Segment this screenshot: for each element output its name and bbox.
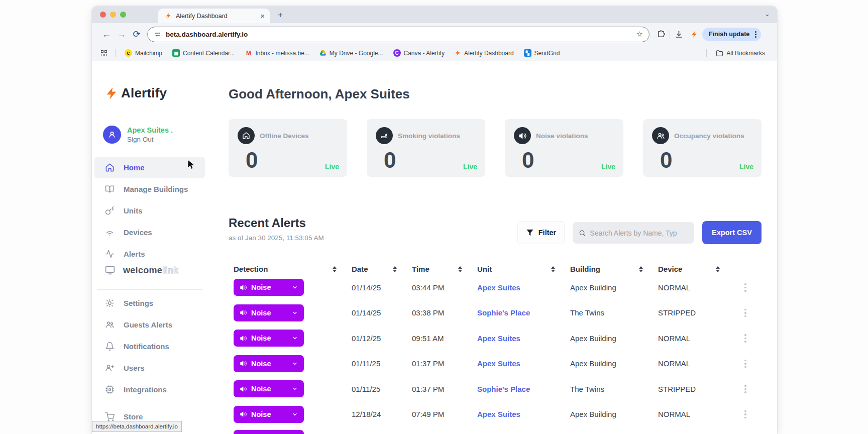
- close-tab-icon[interactable]: ×: [260, 12, 265, 20]
- detection-dropdown[interactable]: Noise: [234, 330, 304, 347]
- column-header-building[interactable]: Building: [570, 265, 658, 273]
- finish-update-button[interactable]: Finish update: [702, 28, 761, 41]
- row-menu-icon[interactable]: [735, 360, 750, 368]
- browser-tab[interactable]: Alertify Dashboard ×: [158, 9, 270, 23]
- row-menu-icon[interactable]: [735, 309, 750, 317]
- search-input[interactable]: [590, 229, 688, 237]
- sidebar-item-integrations[interactable]: Integrations: [92, 379, 207, 400]
- cell-time: 01:37 PM: [412, 385, 477, 393]
- alertify-extension-icon[interactable]: [691, 31, 698, 38]
- bookmark-canva[interactable]: C Canva - Alertify: [393, 49, 445, 57]
- row-menu-icon[interactable]: [735, 410, 750, 419]
- new-tab-button[interactable]: +: [278, 10, 283, 23]
- sort-icon[interactable]: [333, 266, 337, 272]
- bookmark-content-calendar[interactable]: ▦ Content Calendar...: [172, 49, 235, 57]
- back-button[interactable]: ←: [99, 29, 114, 40]
- cell-building: Apex Building: [570, 334, 658, 343]
- filter-button[interactable]: Filter: [517, 221, 565, 244]
- sort-icon[interactable]: [393, 266, 397, 272]
- sidebar-item-guests-alerts[interactable]: Guests Alerts: [92, 314, 207, 336]
- bookmark-my-drive[interactable]: My Drive - Google...: [319, 50, 383, 57]
- sidebar-item-devices[interactable]: Devices: [92, 222, 207, 243]
- bookmark-alertify-dashboard[interactable]: Alertify Dashboard: [455, 50, 514, 57]
- detection-dropdown[interactable]: Noise: [234, 406, 304, 423]
- column-header-unit[interactable]: Unit: [477, 265, 570, 273]
- zoom-window-button[interactable]: [120, 12, 126, 18]
- column-header-time[interactable]: Time: [412, 265, 477, 273]
- detection-dropdown[interactable]: Noise: [234, 304, 304, 321]
- chevron-down-icon: [292, 361, 298, 367]
- stat-card-noise-violations: Noise violations 0 Live: [505, 119, 623, 177]
- wifi-icon: [105, 228, 115, 237]
- row-menu-icon[interactable]: [735, 385, 750, 393]
- detection-dropdown[interactable]: Noise: [234, 355, 304, 372]
- column-header-detection[interactable]: Detection: [234, 265, 352, 273]
- bookmark-star-icon[interactable]: ☆: [636, 30, 643, 39]
- forward-button[interactable]: →: [114, 29, 129, 40]
- bookmarks-divider: [115, 49, 116, 57]
- cell-unit-link[interactable]: Apex Suites: [477, 410, 570, 418]
- cell-unit-link[interactable]: Sophie's Place: [477, 385, 570, 393]
- sidebar-item-settings[interactable]: Settings: [92, 292, 207, 314]
- sidebar-item-welcomelink[interactable]: welcomelink: [105, 260, 178, 281]
- sidebar-item-users[interactable]: Users: [92, 357, 207, 379]
- bookmark-inbox[interactable]: M Inbox - melissa.be...: [245, 49, 309, 57]
- sort-icon[interactable]: [716, 266, 720, 272]
- sidebar-item-manage-buildings[interactable]: Manage Buildings: [92, 178, 207, 200]
- section-timestamp: as of Jan 30 2025, 11:53:05 AM: [229, 234, 324, 242]
- bookmarks-divider-right: [706, 49, 707, 57]
- browser-menu-icon[interactable]: [753, 31, 758, 38]
- table-row: Noise 12/18/24 07:49 PM Apex Suites Apex…: [234, 402, 777, 427]
- alertify-logo: Alertify: [105, 85, 167, 101]
- downloads-icon[interactable]: [674, 30, 684, 39]
- alerts-search[interactable]: [573, 222, 694, 244]
- stat-card-offline-devices: Offline Devices 0 Live: [229, 119, 347, 177]
- sign-out-link[interactable]: Sign Out: [127, 136, 173, 143]
- row-menu-icon[interactable]: [735, 283, 750, 292]
- row-menu-icon[interactable]: [735, 334, 750, 343]
- column-header-date[interactable]: Date: [352, 265, 412, 273]
- sidebar-item-units[interactable]: Units: [92, 200, 207, 222]
- bookmark-sendgrid[interactable]: ▚ SendGrid: [524, 49, 560, 57]
- avatar[interactable]: [103, 126, 121, 144]
- sidebar-item-notifications[interactable]: Notifications: [92, 336, 207, 357]
- canva-icon: C: [393, 49, 401, 57]
- cell-unit-link[interactable]: Apex Suites: [477, 334, 570, 343]
- all-bookmarks-button[interactable]: All Bookmarks: [716, 50, 765, 57]
- cell-building: The Twins: [570, 385, 658, 393]
- column-header-device[interactable]: Device: [658, 265, 735, 273]
- alertify-app: Alertify Apex Suites . Sign Out: [92, 61, 777, 434]
- table-row: Noise 01/14/25 03:44 PM Apex Suites Apex…: [234, 275, 777, 300]
- cell-time: 09:51 AM: [412, 334, 477, 343]
- cell-unit-link[interactable]: Apex Suites: [477, 359, 570, 368]
- tab-overflow-chevron-icon[interactable]: ⌄: [765, 10, 770, 18]
- folder-icon: [716, 50, 723, 57]
- minimize-window-button[interactable]: [110, 12, 116, 18]
- close-window-button[interactable]: [100, 12, 106, 18]
- drive-icon: [319, 50, 327, 56]
- live-badge: Live: [325, 163, 339, 171]
- speaker-icon: [240, 309, 247, 316]
- cell-unit-link[interactable]: Apex Suites: [477, 283, 570, 292]
- chevron-down-icon: [292, 310, 298, 316]
- sort-icon[interactable]: [458, 266, 462, 272]
- guests-icon: [105, 320, 115, 330]
- live-badge: Live: [463, 163, 477, 171]
- address-bar[interactable]: beta.dashboard.alertify.io ☆: [147, 27, 649, 42]
- sort-icon[interactable]: [639, 266, 643, 272]
- apps-grid-icon[interactable]: [101, 50, 107, 56]
- export-csv-button[interactable]: Export CSV: [702, 221, 762, 244]
- extensions-puzzle-icon[interactable]: [657, 30, 666, 39]
- detection-dropdown[interactable]: Noise: [234, 279, 304, 296]
- live-badge: Live: [739, 163, 753, 171]
- finish-update-label: Finish update: [709, 31, 749, 38]
- detection-dropdown[interactable]: Noise: [234, 380, 304, 397]
- site-settings-icon[interactable]: [154, 31, 161, 38]
- reload-button[interactable]: ⟳: [129, 29, 144, 40]
- speaker-icon: [240, 284, 247, 291]
- monitor-icon: [105, 265, 115, 275]
- cell-unit-link[interactable]: Sophie's Place: [477, 308, 570, 317]
- user-account: Apex Suites . Sign Out: [103, 126, 173, 144]
- sort-icon[interactable]: [551, 266, 555, 272]
- bookmark-mailchimp[interactable]: C Mailchimp: [125, 49, 162, 57]
